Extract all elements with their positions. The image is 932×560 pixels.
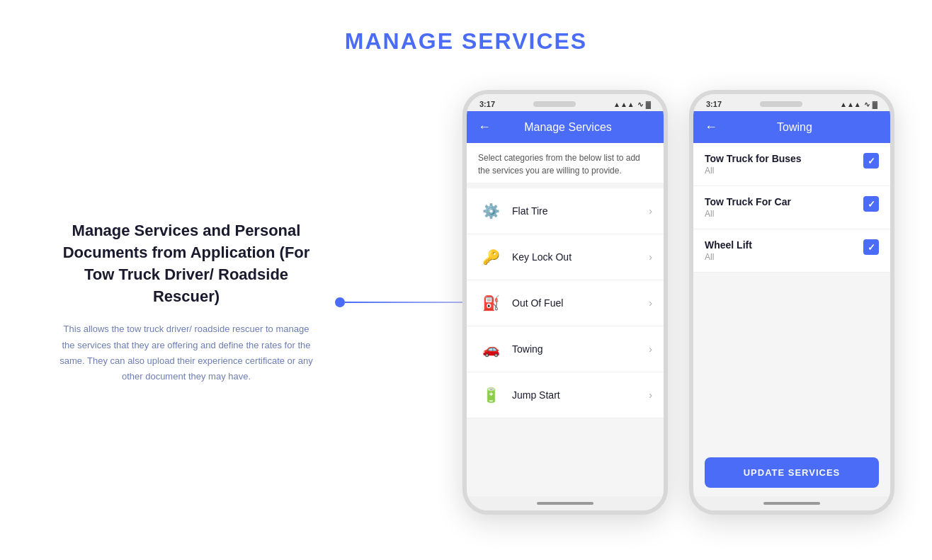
towing-car-checkbox[interactable]: ✓	[863, 196, 879, 212]
phone2-bottom-bar	[693, 496, 890, 510]
service-name-towing: Towing	[512, 343, 640, 355]
towing-icon: 🚗	[478, 336, 504, 362]
main-content: Manage Services and Personal Documents f…	[0, 90, 932, 515]
phone1-body: Select categories from the below list to…	[467, 143, 664, 496]
phone-towing: 3:17 ▲▲▲ ∿ ▓ ← Towing Tow Truck for Buse…	[689, 90, 894, 515]
left-heading: Manage Services and Personal Documents f…	[59, 220, 314, 307]
towing-buses-sub: All	[705, 166, 855, 176]
service-item-key-lock-out[interactable]: 🔑 Key Lock Out ›	[467, 234, 664, 280]
towing-buses-info: Tow Truck for Buses All	[705, 153, 855, 176]
jump-start-icon: 🔋	[478, 382, 504, 408]
phone1-status-icons: ▲▲▲ ∿ ▓	[613, 101, 651, 108]
service-name-out-of-fuel: Out Of Fuel	[512, 297, 640, 309]
phone1-notch	[533, 101, 576, 107]
flat-tire-icon: ⚙️	[478, 198, 504, 224]
towing-car-sub: All	[705, 209, 855, 219]
phone2-status-icons: ▲▲▲ ∿ ▓	[840, 101, 877, 108]
phone2-top-bar: 3:17 ▲▲▲ ∿ ▓	[693, 94, 890, 111]
towing-buses-name: Tow Truck for Buses	[705, 153, 855, 164]
service-name-jump-start: Jump Start	[512, 389, 640, 401]
update-services-button[interactable]: UPDATE SERVICES	[705, 457, 879, 488]
phone2-wifi-icon: ∿	[864, 101, 870, 108]
service-item-flat-tire[interactable]: ⚙️ Flat Tire ›	[467, 188, 664, 234]
phone1-back-arrow[interactable]: ←	[478, 120, 491, 135]
phone2-time: 3:17	[706, 100, 722, 108]
service-name-key-lock-out: Key Lock Out	[512, 251, 640, 263]
phone2-header-title: Towing	[724, 121, 865, 134]
wifi-icon: ∿	[637, 101, 643, 108]
towing-item-car[interactable]: Tow Truck For Car All ✓	[693, 186, 890, 229]
towing-wheel-lift-sub: All	[705, 252, 855, 262]
service-item-towing[interactable]: 🚗 Towing ›	[467, 326, 664, 372]
chevron-icon-towing: ›	[649, 343, 652, 355]
towing-item-buses[interactable]: Tow Truck for Buses All ✓	[693, 143, 890, 186]
out-of-fuel-icon: ⛽	[478, 290, 504, 316]
key-lock-out-icon: 🔑	[478, 244, 504, 270]
towing-car-info: Tow Truck For Car All	[705, 196, 855, 219]
connector-line-bar	[345, 302, 462, 303]
connector-dot	[335, 297, 345, 307]
towing-wheel-lift-info: Wheel Lift All	[705, 239, 855, 262]
towing-wheel-lift-checkbox[interactable]: ✓	[863, 239, 879, 255]
towing-car-name: Tow Truck For Car	[705, 196, 855, 207]
chevron-icon-out-of-fuel: ›	[649, 297, 652, 309]
phone-manage-services: 3:17 ▲▲▲ ∿ ▓ ← Manage Services Select ca…	[462, 90, 668, 515]
phone1-subtitle: Select categories from the below list to…	[467, 143, 664, 183]
phone1-header: ← Manage Services	[467, 111, 664, 143]
signal-icon: ▲▲▲	[613, 101, 635, 108]
phone1-bottom-bar	[467, 496, 664, 510]
phone1-time: 3:17	[479, 100, 495, 108]
battery-icon: ▓	[646, 101, 651, 108]
towing-wheel-lift-name: Wheel Lift	[705, 239, 855, 251]
phone1-service-list: ⚙️ Flat Tire › 🔑 Key Lock Out › ⛽ Out Of…	[467, 188, 664, 418]
phone2-home-indicator	[763, 502, 820, 505]
service-item-jump-start[interactable]: 🔋 Jump Start ›	[467, 372, 664, 418]
phone1-top-bar: 3:17 ▲▲▲ ∿ ▓	[467, 94, 664, 111]
phone2-header: ← Towing	[693, 111, 890, 143]
phone1-header-title: Manage Services	[498, 121, 638, 134]
service-name-flat-tire: Flat Tire	[512, 205, 640, 217]
phone2-battery-icon: ▓	[873, 101, 877, 108]
phone2-signal-icon: ▲▲▲	[840, 101, 861, 108]
phone2-back-arrow[interactable]: ←	[705, 120, 717, 135]
chevron-icon-jump-start: ›	[649, 389, 652, 401]
chevron-icon-key-lock-out: ›	[649, 251, 652, 263]
chevron-icon-flat-tire: ›	[649, 205, 652, 217]
left-section: Manage Services and Personal Documents f…	[38, 206, 335, 399]
service-item-out-of-fuel[interactable]: ⛽ Out Of Fuel ›	[467, 280, 664, 326]
towing-item-wheel-lift[interactable]: Wheel Lift All ✓	[693, 229, 890, 273]
phone2-notch	[760, 101, 802, 107]
phone2-service-list: Tow Truck for Buses All ✓ Tow Truck For …	[693, 143, 890, 273]
phone2-body: Tow Truck for Buses All ✓ Tow Truck For …	[693, 143, 890, 449]
phones-section: 3:17 ▲▲▲ ∿ ▓ ← Manage Services Select ca…	[462, 90, 894, 515]
phone1-home-indicator	[537, 502, 593, 505]
towing-buses-checkbox[interactable]: ✓	[863, 153, 879, 168]
phone2-bottom: UPDATE SERVICES	[693, 449, 890, 496]
left-description: This allows the tow truck driver/ roadsi…	[59, 321, 314, 384]
page-title: MANAGE SERVICES	[345, 28, 587, 55]
connector-line	[335, 297, 462, 307]
